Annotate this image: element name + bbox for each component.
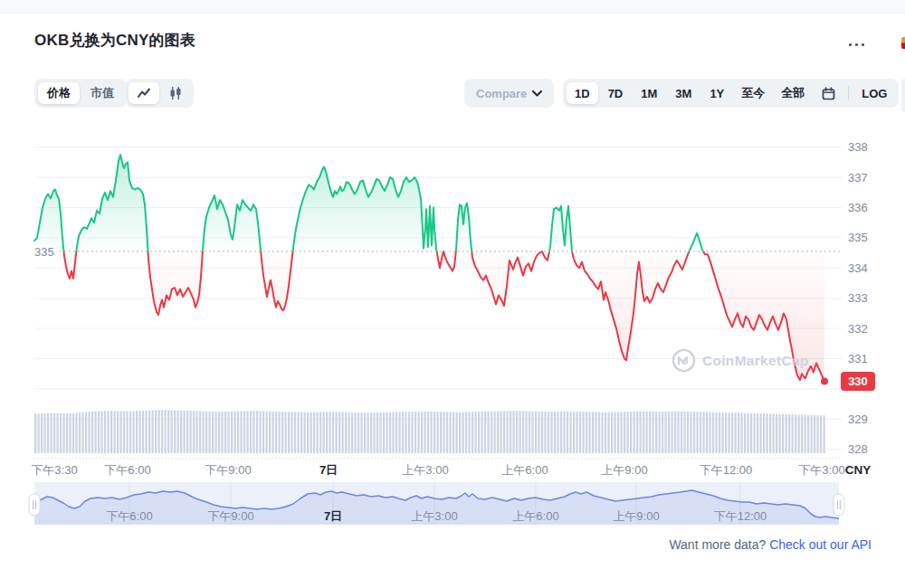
cropped-edge-panel bbox=[901, 79, 905, 112]
svg-text:331: 331 bbox=[848, 352, 868, 365]
api-link[interactable]: Check out our API bbox=[769, 537, 872, 552]
svg-text:下午3:00: 下午3:00 bbox=[798, 463, 844, 477]
footer-prompt: Want more data? bbox=[669, 537, 766, 552]
svg-text:329: 329 bbox=[848, 413, 868, 426]
navigator[interactable]: 下午6:00下午9:007日上午3:00上午6:00上午9:00下午12:00 bbox=[29, 482, 844, 525]
navigator-right-handle[interactable] bbox=[834, 494, 844, 516]
navigator-left-handle[interactable] bbox=[29, 494, 40, 516]
svg-text:下午6:00: 下午6:00 bbox=[106, 509, 152, 523]
svg-text:上午3:00: 上午3:00 bbox=[411, 509, 457, 523]
svg-text:下午12:00: 下午12:00 bbox=[714, 509, 767, 523]
svg-text:333: 333 bbox=[848, 291, 868, 305]
svg-text:下午12:00: 下午12:00 bbox=[700, 463, 753, 477]
svg-text:328: 328 bbox=[848, 442, 868, 456]
last-price-dot bbox=[821, 378, 828, 385]
svg-text:下午9:00: 下午9:00 bbox=[205, 463, 251, 477]
svg-text:上午9:00: 上午9:00 bbox=[601, 463, 647, 477]
svg-text:上午6:00: 上午6:00 bbox=[501, 463, 548, 477]
svg-text:332: 332 bbox=[848, 322, 868, 336]
svg-text:7日: 7日 bbox=[319, 463, 338, 477]
svg-text:下午6:00: 下午6:00 bbox=[104, 463, 150, 477]
svg-text:下午9:00: 下午9:00 bbox=[207, 509, 253, 523]
svg-text:上午6:00: 上午6:00 bbox=[512, 509, 558, 523]
svg-text:338: 338 bbox=[848, 140, 868, 154]
svg-text:上午3:00: 上午3:00 bbox=[402, 463, 448, 477]
volume-bars bbox=[34, 410, 825, 453]
svg-text:337: 337 bbox=[848, 171, 868, 185]
svg-text:上午9:00: 上午9:00 bbox=[613, 509, 659, 523]
svg-text:335: 335 bbox=[848, 231, 868, 244]
footer-api-promo: Want more data? Check out our API bbox=[669, 537, 872, 552]
svg-text:334: 334 bbox=[848, 261, 868, 275]
currency-unit-label: CNY bbox=[845, 463, 872, 477]
svg-text:336: 336 bbox=[848, 201, 868, 214]
svg-text:7日: 7日 bbox=[324, 509, 342, 523]
cropped-edge-icon bbox=[901, 37, 905, 49]
current-price-badge: 330 bbox=[841, 372, 875, 391]
x-axis: 下午3:30下午6:00下午9:007日上午3:00上午6:00上午9:00下午… bbox=[31, 459, 871, 477]
svg-text:下午3:30: 下午3:30 bbox=[31, 463, 77, 477]
price-chart[interactable]: 335338337336335334333332331329328330下午3:… bbox=[0, 0, 905, 588]
svg-text:330: 330 bbox=[848, 375, 868, 388]
y-axis-labels: 338337336335334333332331329328 bbox=[848, 140, 868, 456]
baseline-price-label: 335 bbox=[34, 245, 54, 259]
